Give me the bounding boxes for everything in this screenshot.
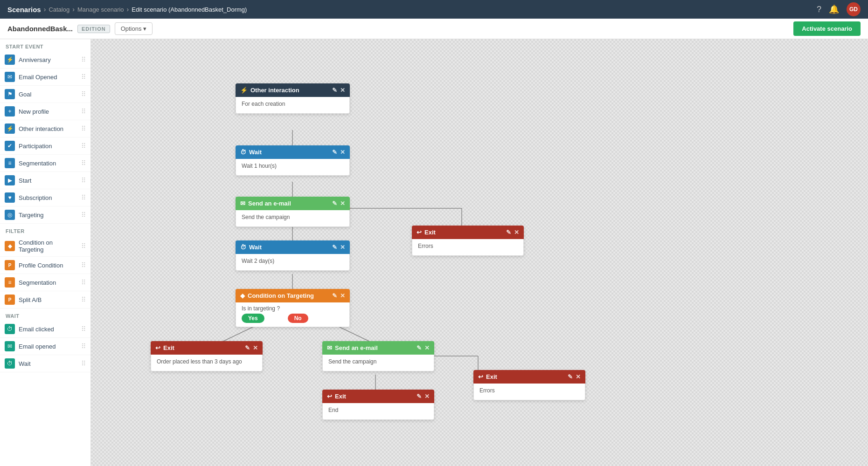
sidebar-item-split-ab[interactable]: P Split A/B ⠿ bbox=[0, 291, 90, 308]
edit-icon-wait1[interactable]: ✎ bbox=[332, 149, 337, 156]
node-exit-end: ↩ Exit ✎ ✕ End bbox=[322, 390, 434, 420]
drag-icon-10: ⠿ bbox=[81, 211, 86, 219]
options-button[interactable]: Options ▾ bbox=[115, 22, 153, 35]
sep1: › bbox=[44, 6, 46, 13]
exit-end-body: End bbox=[322, 403, 434, 420]
sidebar-item-segmentation[interactable]: ≡ Segmentation ⠿ bbox=[0, 155, 90, 172]
node-actions-wait1: ✎ ✕ bbox=[332, 149, 345, 156]
sidebar-item-segmentation2[interactable]: ≡ Segmentation ⠿ bbox=[0, 274, 90, 291]
clock-icon-wait1: ⏱ bbox=[240, 149, 246, 156]
edit-icon[interactable]: ✎ bbox=[332, 87, 337, 94]
edit-icon-exit-order[interactable]: ✎ bbox=[245, 344, 250, 351]
exit-errors2-icon: ↩ bbox=[478, 373, 483, 380]
condition-outputs: Is in targeting ? Yes No bbox=[236, 302, 350, 327]
node-exit-errors1: ↩ Exit ✎ ✕ Errors bbox=[412, 226, 524, 256]
scenario-name: AbandonnedBask... bbox=[7, 25, 73, 33]
exit-order-body: Order placed less than 3 days ago bbox=[151, 355, 263, 371]
split-ab-label: Split A/B bbox=[19, 296, 77, 303]
breadcrumb-manage[interactable]: Manage scenario bbox=[77, 6, 124, 13]
edit-icon-send1[interactable]: ✎ bbox=[332, 200, 337, 207]
sidebar-item-email-opened-wait[interactable]: ✉ Email opened ⠿ bbox=[0, 338, 90, 355]
sep2: › bbox=[72, 6, 75, 13]
section-filter: FILTER bbox=[0, 224, 90, 236]
section-start-event: START EVENT bbox=[0, 39, 90, 51]
edit-icon-exit-errors2[interactable]: ✎ bbox=[568, 373, 573, 380]
close-icon[interactable]: ✕ bbox=[340, 87, 345, 94]
send-email1-node-body: Send the campaign bbox=[236, 210, 350, 227]
sidebar-item-targeting[interactable]: ◎ Targeting ⠿ bbox=[0, 206, 90, 224]
close-icon-send2[interactable]: ✕ bbox=[424, 344, 430, 351]
close-icon-send1[interactable]: ✕ bbox=[340, 200, 345, 207]
close-icon-exit-order[interactable]: ✕ bbox=[253, 344, 258, 351]
close-icon-wait2[interactable]: ✕ bbox=[340, 244, 345, 251]
start-icon: ▶ bbox=[5, 175, 15, 185]
email-clicked-label: Email clicked bbox=[19, 326, 77, 333]
bell-icon[interactable]: 🔔 bbox=[829, 4, 839, 14]
sidebar-item-other-interaction[interactable]: ⚡ Other interaction ⠿ bbox=[0, 120, 90, 137]
edit-icon-exit-end[interactable]: ✎ bbox=[417, 393, 422, 400]
goal-icon: ⚑ bbox=[5, 89, 15, 99]
main-layout: START EVENT ⚡ Anniversary ⠿ ✉ Email Open… bbox=[0, 39, 868, 466]
close-icon-exit-errors2[interactable]: ✕ bbox=[576, 373, 581, 380]
node-wait1: ⏱ Wait ✎ ✕ Wait 1 hour(s) bbox=[236, 145, 350, 176]
sidebar-item-start[interactable]: ▶ Start ⠿ bbox=[0, 172, 90, 189]
email-opened-wait-icon: ✉ bbox=[5, 341, 15, 351]
node-actions-exit-errors2: ✎ ✕ bbox=[568, 373, 581, 380]
sidebar-item-new-profile[interactable]: + New profile ⠿ bbox=[0, 103, 90, 120]
no-button[interactable]: No bbox=[288, 314, 308, 323]
wait-label: Wait bbox=[19, 360, 77, 367]
sidebar-item-participation[interactable]: ✔ Participation ⠿ bbox=[0, 137, 90, 155]
edit-icon-exit1[interactable]: ✎ bbox=[506, 229, 511, 236]
envelope-icon-send1: ✉ bbox=[240, 200, 245, 207]
close-icon-exit-end[interactable]: ✕ bbox=[424, 393, 430, 400]
drag-icon-12: ⠿ bbox=[81, 261, 86, 269]
email-clicked-icon: ⏱ bbox=[5, 324, 15, 334]
node-wait2: ⏱ Wait ✎ ✕ Wait 2 day(s) bbox=[236, 240, 350, 271]
yes-button[interactable]: Yes bbox=[242, 314, 264, 323]
targeting-label: Targeting bbox=[19, 212, 77, 219]
sidebar-item-subscription[interactable]: ♥ Subscription ⠿ bbox=[0, 189, 90, 206]
wait2-node-header: ⏱ Wait ✎ ✕ bbox=[236, 240, 350, 254]
other-interaction-icon: ⚡ bbox=[5, 123, 15, 134]
exit-errors1-body: Errors bbox=[412, 239, 524, 256]
user-avatar[interactable]: GD bbox=[847, 2, 861, 16]
sidebar-item-wait[interactable]: ⏱ Wait ⠿ bbox=[0, 355, 90, 372]
drag-icon-6: ⠿ bbox=[81, 142, 86, 150]
top-nav-right: ? 🔔 GD bbox=[817, 2, 861, 16]
email-opened-label: Email Opened bbox=[19, 74, 77, 81]
edit-icon-wait2[interactable]: ✎ bbox=[332, 244, 337, 251]
segmentation-icon: ≡ bbox=[5, 158, 15, 168]
exit-end-header: ↩ Exit ✎ ✕ bbox=[322, 390, 434, 403]
send-email2-node-header: ✉ Send an e-mail ✎ ✕ bbox=[322, 341, 434, 355]
close-icon-wait1[interactable]: ✕ bbox=[340, 149, 345, 156]
drag-icon-16: ⠿ bbox=[81, 343, 86, 350]
exit-errors1-header: ↩ Exit ✎ ✕ bbox=[412, 226, 524, 239]
close-icon-exit1[interactable]: ✕ bbox=[514, 229, 519, 236]
subscription-icon: ♥ bbox=[5, 192, 15, 203]
activate-button[interactable]: Activate scenario bbox=[793, 21, 861, 36]
exit-icon-1: ↩ bbox=[417, 229, 422, 236]
edition-badge: EDITION bbox=[77, 25, 110, 33]
sidebar-item-profile-condition[interactable]: P Profile Condition ⠿ bbox=[0, 257, 90, 274]
node-actions-exit-end: ✎ ✕ bbox=[417, 393, 430, 400]
exit-errors2-header: ↩ Exit ✎ ✕ bbox=[473, 370, 585, 384]
sidebar-item-anniversary[interactable]: ⚡ Anniversary ⠿ bbox=[0, 51, 90, 69]
sidebar-item-goal[interactable]: ⚑ Goal ⠿ bbox=[0, 86, 90, 103]
close-icon-condition[interactable]: ✕ bbox=[340, 292, 345, 299]
breadcrumb-catalog[interactable]: Catalog bbox=[49, 6, 69, 13]
subscription-label: Subscription bbox=[19, 194, 77, 201]
sidebar-item-email-clicked[interactable]: ⏱ Email clicked ⠿ bbox=[0, 321, 90, 338]
sidebar-item-condition-targeting[interactable]: ◆ Condition on Targeting ⠿ bbox=[0, 236, 90, 257]
node-other-interaction: ⚡ Other interaction ✎ ✕ For each creatio… bbox=[236, 83, 350, 114]
node-actions-send1: ✎ ✕ bbox=[332, 200, 345, 207]
sidebar-item-email-opened[interactable]: ✉ Email Opened ⠿ bbox=[0, 69, 90, 86]
drag-icon-9: ⠿ bbox=[81, 194, 86, 201]
edit-icon-send2[interactable]: ✎ bbox=[417, 344, 422, 351]
drag-icon-5: ⠿ bbox=[81, 125, 86, 132]
drag-icon-4: ⠿ bbox=[81, 108, 86, 115]
node-send-email1: ✉ Send an e-mail ✎ ✕ Send the campaign bbox=[236, 197, 350, 227]
help-icon[interactable]: ? bbox=[817, 5, 821, 14]
edit-icon-condition[interactable]: ✎ bbox=[332, 292, 337, 299]
drag-icon-2: ⠿ bbox=[81, 73, 86, 81]
segmentation2-label: Segmentation bbox=[19, 279, 77, 286]
